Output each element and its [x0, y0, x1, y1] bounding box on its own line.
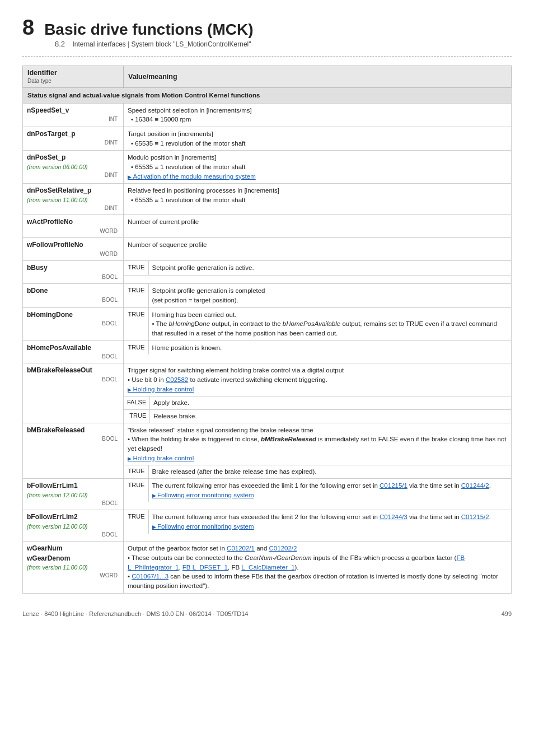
holding-brake-link-2[interactable]: Holding brake control — [128, 455, 194, 461]
c01202-2-link[interactable]: C01202/2 — [269, 545, 297, 552]
table-row: bHomePosAvailable BOOL TRUE Home positio… — [23, 340, 512, 363]
table-row: wActProfileNo WORD Number of current pro… — [23, 215, 512, 238]
identifier-cell: bDone BOOL — [23, 284, 124, 307]
value-cell: "Brake released" status signal consideri… — [124, 423, 512, 478]
c02582-link[interactable]: C02582 — [166, 376, 188, 383]
identifier-cell: bFollowErrLim2 (from version 12.00.00) B… — [23, 510, 124, 542]
value-cell: TRUE Setpoint profile generation is comp… — [124, 284, 512, 307]
table-row: bFollowErrLim2 (from version 12.00.00) B… — [23, 510, 512, 542]
identifier-cell: bBusy BOOL — [23, 261, 124, 284]
c01215-1-link[interactable]: C01215/1 — [380, 482, 407, 489]
identifier-cell: bFollowErrLim1 (from version 12.00.00) B… — [23, 479, 124, 510]
value-cell: Target position in [increments] • 65535 … — [124, 127, 512, 151]
identifier-cell: bMBrakeReleaseOut BOOL — [23, 363, 124, 423]
c01244-3-link[interactable]: C01244/3 — [380, 514, 407, 520]
value-cell: TRUE Home position is known. — [124, 340, 512, 363]
section-divider — [22, 56, 512, 57]
following-error-link-1[interactable]: Following error monitoring system — [152, 492, 254, 498]
page-footer: Lenze · 8400 HighLine · Referenzhandbuch… — [22, 610, 512, 617]
identifier-cell: nSpeedSet_v INT — [23, 103, 124, 127]
c01202-1-link[interactable]: C01202/1 — [227, 545, 255, 552]
identifier-cell: dnPosTarget_p DINT — [23, 127, 124, 151]
identifier-cell: dnPosSet_p (from version 06.00.00) DINT — [23, 151, 124, 184]
table-row: dnPosSetRelative_p (from version 11.00.0… — [23, 184, 512, 215]
table-row: bBusy BOOL TRUE Setpoint profile generat… — [23, 261, 512, 284]
identifier-cell: wActProfileNo WORD — [23, 215, 124, 238]
table-row: dnPosSet_p (from version 06.00.00) DINT … — [23, 151, 512, 184]
value-cell: Modulo position in [increments] • 65535 … — [124, 151, 512, 184]
chapter-title: Basic drive functions (MCK) — [44, 21, 253, 39]
fb-dfset-link[interactable]: FB L_DFSET_1 — [182, 564, 228, 571]
value-cell: TRUE Homing has been carried out. • The … — [124, 307, 512, 340]
col-header-value: Value/meaning — [124, 66, 512, 88]
following-error-link-2[interactable]: Following error monitoring system — [152, 523, 254, 530]
table-row: bHomingDone BOOL TRUE Homing has been ca… — [23, 307, 512, 340]
footer-right: 499 — [502, 610, 512, 617]
reference-table: Identifier Data type Value/meaning Statu… — [22, 66, 512, 594]
page-header: 8 Basic drive functions (MCK) 8.2 Intern… — [22, 17, 512, 48]
c01067-link[interactable]: C01067/1...3 — [132, 573, 168, 580]
identifier-cell: bMBrakeReleased BOOL — [23, 423, 124, 478]
section-number: 8.2 — [55, 40, 65, 48]
value-cell: TRUE The current following error has exc… — [124, 510, 512, 542]
value-cell: Number of sequence profile — [124, 238, 512, 261]
value-cell: TRUE The current following error has exc… — [124, 479, 512, 510]
chapter-number: 8 — [22, 17, 34, 38]
table-row: bMBrakeReleaseOut BOOL Trigger signal fo… — [23, 363, 512, 423]
identifier-cell: wFollowProfileNo WORD — [23, 238, 124, 261]
value-cell: Speed setpoint selection in [increments/… — [124, 103, 512, 127]
value-cell: Number of current profile — [124, 215, 512, 238]
identifier-cell: wGearNumwGearDenom (from version 11.00.0… — [23, 542, 124, 593]
identifier-cell: bHomingDone BOOL — [23, 307, 124, 340]
value-cell: Relative feed in positioning processes i… — [124, 184, 512, 215]
identifier-cell: bHomePosAvailable BOOL — [23, 340, 124, 363]
value-cell: TRUE Setpoint profile generation is acti… — [124, 261, 512, 284]
c01215-2-link[interactable]: C01215/2 — [461, 514, 489, 520]
table-row: nSpeedSet_v INT Speed setpoint selection… — [23, 103, 512, 127]
table-row: bDone BOOL TRUE Setpoint profile generat… — [23, 284, 512, 307]
holding-brake-link-1[interactable]: Holding brake control — [128, 386, 194, 393]
activation-modulo-link[interactable]: Activation of the modulo measuring syste… — [128, 173, 256, 180]
identifier-cell: dnPosSetRelative_p (from version 11.00.0… — [23, 184, 124, 215]
table-row: wGearNumwGearDenom (from version 11.00.0… — [23, 542, 512, 593]
c01244-2-link[interactable]: C01244/2 — [461, 482, 489, 489]
fb-calc-link[interactable]: L_CalcDiameter_1 — [241, 564, 294, 571]
section-title: Internal interfaces | System block "LS_M… — [72, 40, 251, 48]
table-row: bMBrakeReleased BOOL "Brake released" st… — [23, 423, 512, 478]
col-header-identifier: Identifier Data type — [23, 66, 124, 88]
value-cell: Trigger signal for switching element hol… — [124, 363, 512, 423]
footer-left: Lenze · 8400 HighLine · Referenzhandbuch… — [22, 610, 248, 617]
table-row: bFollowErrLim1 (from version 12.00.00) B… — [23, 479, 512, 510]
value-cell: Output of the gearbox factor set in C012… — [124, 542, 512, 593]
table-row: dnPosTarget_p DINT Target position in [i… — [23, 127, 512, 151]
table-group-header: Status signal and actual-value signals f… — [23, 88, 512, 104]
table-row: wFollowProfileNo WORD Number of sequence… — [23, 238, 512, 261]
